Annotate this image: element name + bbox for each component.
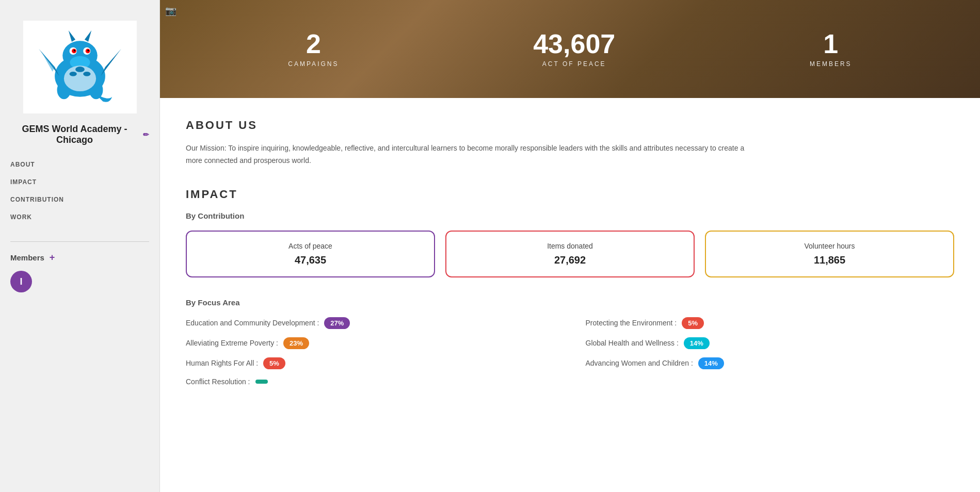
org-name-container: GEMS World Academy - Chicago ✏	[0, 124, 159, 145]
hero-banner: 📷 2 CAMPAIGNS 43,607 ACT OF PEACE 1 MEMB…	[160, 0, 980, 98]
focus-badge-environment: 5%	[682, 317, 704, 329]
focus-row-human-rights: Human Rights For All : 5%	[186, 357, 555, 369]
act-of-peace-number: 43,607	[533, 30, 615, 57]
by-contribution-label: By Contribution	[186, 211, 954, 220]
focus-row-environment: Protecting the Environment : 5%	[586, 317, 955, 329]
members-label: Members	[10, 253, 44, 262]
by-focus-label: By Focus Area	[186, 298, 954, 307]
members-header: Members +	[10, 252, 149, 263]
focus-badge-women-children: 14%	[698, 357, 724, 369]
focus-label-environment: Protecting the Environment :	[586, 319, 677, 327]
svg-marker-10	[84, 30, 91, 42]
stat-act-of-peace: 43,607 ACT OF PEACE	[533, 30, 615, 68]
focus-label-human-rights: Human Rights For All :	[186, 359, 258, 367]
focus-label-poverty: Alleviating Extreme Poverty :	[186, 339, 278, 347]
members-section: Members + I	[0, 247, 159, 298]
focus-row-health: Global Health and Wellness : 14%	[586, 337, 955, 349]
svg-point-17	[75, 67, 85, 72]
campaigns-label: CAMPAIGNS	[288, 60, 339, 68]
camera-icon[interactable]: 📷	[165, 5, 176, 17]
campaigns-number: 2	[288, 30, 339, 57]
focus-row-women-children: Advancing Women and Children : 14%	[586, 357, 955, 369]
sidebar-item-work[interactable]: WORK	[10, 208, 149, 226]
svg-point-18	[69, 72, 76, 76]
svg-marker-9	[68, 30, 75, 42]
focus-badge-education: 27%	[324, 317, 350, 329]
svg-marker-12	[101, 48, 121, 76]
member-initial: I	[20, 276, 22, 287]
act-of-peace-label: ACT OF PEACE	[533, 60, 615, 68]
focus-badge-health: 14%	[684, 337, 710, 349]
org-name: GEMS World Academy - Chicago	[10, 124, 139, 145]
page-content: ABOUT US Our Mission: To inspire inquiri…	[160, 98, 980, 422]
card-value-volunteer: 11,865	[721, 254, 938, 266]
hero-stats: 2 CAMPAIGNS 43,607 ACT OF PEACE 1 MEMBER…	[160, 30, 980, 68]
focus-badge-conflict	[255, 380, 268, 384]
sidebar-item-about[interactable]: ABOUT	[10, 156, 149, 173]
member-avatar-1[interactable]: I	[10, 271, 32, 292]
card-value-items: 27,692	[462, 254, 678, 266]
stat-members: 1 MEMBERS	[810, 30, 852, 68]
contribution-cards: Acts of peace 47,635 Items donated 27,69…	[186, 231, 954, 277]
contrib-card-volunteer-hours: Volunteer hours 11,865	[705, 231, 954, 277]
focus-row-poverty: Alleviating Extreme Poverty : 23%	[186, 337, 555, 349]
dragon-icon	[34, 26, 126, 108]
sidebar-divider	[10, 241, 149, 242]
svg-point-7	[73, 50, 75, 52]
focus-label-health: Global Health and Wellness :	[586, 339, 679, 347]
focus-label-women-children: Advancing Women and Children :	[586, 359, 693, 367]
impact-title: IMPACT	[186, 188, 954, 201]
sidebar-item-impact[interactable]: IMPACT	[10, 173, 149, 191]
focus-label-education: Education and Community Development :	[186, 319, 319, 327]
edit-org-icon[interactable]: ✏	[143, 130, 149, 139]
focus-area-grid: Education and Community Development : 27…	[186, 317, 954, 386]
about-section: ABOUT US Our Mission: To inspire inquiri…	[186, 119, 954, 167]
card-label-volunteer: Volunteer hours	[721, 242, 938, 250]
focus-badge-human-rights: 5%	[263, 357, 285, 369]
about-mission: Our Mission: To inspire inquiring, knowl…	[186, 142, 753, 167]
sidebar-item-contribution[interactable]: CONTRIBUTION	[10, 191, 149, 208]
focus-area-left: Education and Community Development : 27…	[186, 317, 555, 386]
sidebar: GEMS World Academy - Chicago ✏ ABOUT IMP…	[0, 0, 160, 492]
card-label-acts: Acts of peace	[202, 242, 419, 250]
svg-marker-13	[41, 51, 55, 72]
focus-row-education: Education and Community Development : 27…	[186, 317, 555, 329]
about-title: ABOUT US	[186, 119, 954, 132]
card-value-acts: 47,635	[202, 254, 419, 266]
card-label-items: Items donated	[462, 242, 678, 250]
members-number: 1	[810, 30, 852, 57]
impact-section: IMPACT By Contribution Acts of peace 47,…	[186, 188, 954, 386]
focus-badge-poverty: 23%	[283, 337, 309, 349]
contrib-card-items-donated: Items donated 27,692	[445, 231, 695, 277]
svg-point-19	[83, 72, 90, 76]
svg-point-8	[87, 50, 89, 52]
stat-campaigns: 2 CAMPAIGNS	[288, 30, 339, 68]
contrib-card-acts-of-peace: Acts of peace 47,635	[186, 231, 435, 277]
org-logo	[23, 21, 137, 113]
focus-label-conflict: Conflict Resolution :	[186, 378, 250, 386]
sidebar-nav: ABOUT IMPACT CONTRIBUTION WORK	[0, 156, 159, 226]
focus-row-conflict: Conflict Resolution :	[186, 378, 555, 386]
focus-area-right: Protecting the Environment : 5% Global H…	[586, 317, 955, 386]
main-content: 📷 2 CAMPAIGNS 43,607 ACT OF PEACE 1 MEMB…	[160, 0, 980, 492]
members-label: MEMBERS	[810, 60, 852, 68]
add-member-button[interactable]: +	[50, 252, 55, 263]
